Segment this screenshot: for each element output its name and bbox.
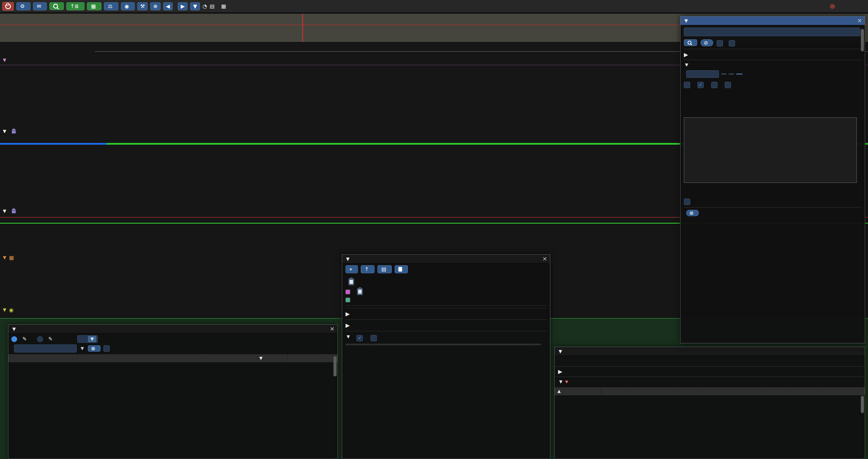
statistics-table[interactable] [8,362,338,459]
messages-toggle[interactable]: ▼ ✓ ✓ [345,333,547,341]
find-zone-window: ▼ ✕ ⊘ ✓ ✓ ▶ ▼ ✓ ✓ ✓ [680,16,865,343]
info-button[interactable]: ◉ [121,2,135,10]
bin-plus-button[interactable] [729,74,734,74]
streaming-header[interactable]: ▼ [2,208,17,215]
log-values-checkbox[interactable]: ✓ [684,82,690,88]
zone-info-window: ▼ ✕ ⌖ ↑ ▤ ▶ [342,254,550,459]
statistics-button[interactable]: ↑≣ [66,2,85,10]
zone-info-titlebar[interactable]: ▼ ✕ [342,255,550,264]
histogram-toggle[interactable]: ▼ [684,62,861,68]
statistics-table-header[interactable]: ▼ [8,354,338,362]
play-icon: ▶ [181,4,185,9]
memory-table[interactable] [555,395,865,459]
min-bin-input[interactable] [686,70,719,78]
min-bin-row [684,70,861,78]
find-button[interactable] [684,39,697,46]
hist-total-row [684,91,861,97]
ghost-icon [11,208,17,214]
zone-thread-row [345,297,547,303]
power-icon [5,3,11,9]
timing-dropdown[interactable]: ▼ [77,335,98,343]
prev-frame-button[interactable]: ◀ [163,2,173,10]
funnel-icon[interactable]: ▼ [80,345,85,352]
matched-locations-toggle[interactable]: ▶ [684,52,861,58]
down-arrow-icon: ▼ [193,4,197,9]
clear-button[interactable]: ⊘ [701,39,713,46]
statistics-titlebar[interactable]: ▼ ✕ [8,325,338,333]
allocations-group-toggle[interactable]: ▶ [555,367,865,376]
play-button[interactable]: ▶ [178,2,188,10]
pen-icon: ✎ [22,336,27,341]
cpu-data-header[interactable]: ▼ [2,57,7,63]
sampling-radio[interactable] [37,336,43,342]
connection-lost-icon: ⊗ [830,3,835,10]
hist-mean-row [684,100,861,106]
glthread-blue-span [0,143,107,145]
power-button[interactable] [2,2,14,11]
memory-scrollbar[interactable] [861,396,864,413]
memory-usage-graph [0,265,680,297]
cpu-usage-header[interactable]: ▼ ◉ [2,306,13,313]
up-arrow-icon: ↑ [365,267,369,272]
fingerprint-icon: ◉ [125,4,129,9]
self-time-checkbox[interactable]: ✓ [725,82,731,88]
thread-color-swatch [345,298,350,302]
memory-usage-header[interactable]: ▼ ▦ [2,254,14,261]
memory-stats-row [555,356,865,366]
search-icon [53,4,58,9]
instrumentation-radio[interactable] [11,336,17,342]
frame-select-button[interactable]: ▼ [190,2,200,10]
memory-window: ▼ ▶ ▼ ♥ ▲ [554,347,865,459]
message-icon: ✉ [37,4,41,9]
log-time-checkbox[interactable]: ✓ [698,82,704,88]
wait-regions-toggle[interactable]: ▶ [345,310,547,317]
close-icon[interactable]: ✕ [857,17,862,24]
find-zone-scrollbar[interactable] [861,29,864,52]
messages-button[interactable]: ✉ [33,2,47,10]
ram-icon: ▦ [221,3,226,9]
zoom-button[interactable]: ⊕ [150,2,160,10]
glthread-header[interactable]: ▼ [2,128,17,135]
messages-table-header [345,343,541,345]
compare-button[interactable]: ⚖ [104,2,118,10]
filter-input[interactable] [14,345,77,353]
zoom-plus-icon: ⊕ [153,4,157,9]
zone-statistics-button[interactable]: ▤ [377,265,392,273]
go-to-parent-button[interactable]: ↑ [361,265,375,273]
tools-button[interactable]: ⚒ [137,2,148,10]
active-allocations-toggle[interactable]: ▼ ♥ [555,378,865,387]
histogram-axis [684,183,856,194]
main-toolbar: ⚙ ✉ ↑≣ ▦ ⚖ ◉ ⚒ ⊕ ◀ ▶ ▼ ◔ ▤ ▦ ⊗ [0,0,868,13]
copy-clipboard-icon[interactable] [357,288,363,295]
bin-minus-button[interactable] [721,74,726,74]
relative-time-checkbox[interactable]: ✓ [356,335,363,341]
zone-source-button[interactable] [395,265,408,273]
no-entry-icon: ⊘ [704,40,708,45]
options-button[interactable]: ⚙ [17,2,30,10]
memory-table-header[interactable]: ▲ [555,387,865,395]
show-zone-time-checkbox[interactable]: ✓ [684,199,690,205]
statistics-scrollbar[interactable] [334,356,337,376]
exclude-children-checkbox[interactable]: ✓ [371,335,377,341]
clear-icon: ⊗ [91,346,95,351]
memory-icon: ▦ [91,4,96,9]
clear-filter-button[interactable]: ⊗ [88,345,100,352]
zoom-to-zone-button[interactable]: ⌖ [345,265,358,273]
found-clear-button[interactable]: ⊗ [686,210,699,216]
cumulate-checkbox[interactable]: ✓ [711,82,717,88]
find-zone-input[interactable] [684,28,860,36]
bin-reset-button[interactable] [736,73,742,75]
ignore-case-checkbox[interactable]: ✓ [717,40,723,46]
memory-titlebar[interactable]: ▼ [555,347,865,356]
limit-range-checkbox[interactable]: ✓ [103,345,110,352]
find-zone-titlebar[interactable]: ▼ ✕ [680,17,865,25]
histogram-plot[interactable] [684,118,857,183]
copy-clipboard-icon[interactable] [348,278,354,285]
close-icon[interactable]: ✕ [542,256,547,262]
allocations-list-toggle[interactable]: ▶ [345,322,547,329]
memory-button[interactable]: ▦ [87,2,101,10]
limit-range-checkbox[interactable]: ✓ [729,40,735,46]
close-icon[interactable]: ✕ [330,326,335,332]
find-zone-button[interactable] [50,2,64,10]
zone-location-row [345,288,547,295]
